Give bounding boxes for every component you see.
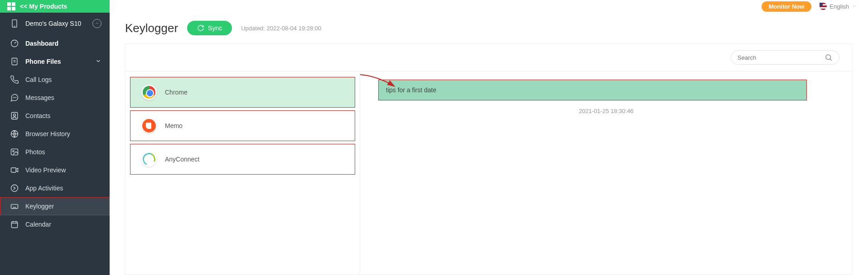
- keyboard-icon: [10, 202, 19, 211]
- nav-contacts[interactable]: Contacts: [0, 107, 110, 125]
- svg-line-27: [830, 59, 831, 60]
- topbar: Monitor Now English: [110, 0, 868, 13]
- search-input[interactable]: [738, 54, 825, 61]
- main-content: Monitor Now English Keylogger Sync Updat…: [110, 0, 868, 275]
- anyconnect-icon: [141, 152, 157, 167]
- language-label: English: [829, 3, 849, 10]
- phone-call-icon: [10, 75, 19, 84]
- svg-point-6: [13, 97, 14, 98]
- sync-button[interactable]: Sync: [187, 21, 232, 35]
- video-icon: [10, 166, 19, 175]
- app-item-memo[interactable]: Memo: [130, 110, 355, 141]
- app-name: Chrome: [165, 89, 188, 96]
- app-item-anyconnect[interactable]: AnyConnect: [130, 144, 355, 175]
- nav-browser-history[interactable]: Browser History: [0, 125, 110, 143]
- nav-photos[interactable]: Photos: [0, 143, 110, 161]
- nav-dashboard[interactable]: Dashboard: [0, 34, 110, 52]
- app-name: AnyConnect: [165, 156, 199, 163]
- svg-point-7: [14, 97, 15, 98]
- nav-video-preview[interactable]: Video Preview: [0, 161, 110, 179]
- my-products-label: << My Products: [20, 3, 67, 10]
- search-row: [125, 44, 852, 71]
- search-icon: [825, 53, 833, 62]
- monitor-now-label: Monitor Now: [769, 3, 805, 10]
- my-products-link[interactable]: << My Products: [0, 0, 110, 13]
- sidebar: << My Products Demo's Galaxy S10 Dashboa…: [0, 0, 110, 275]
- log-entry[interactable]: tips for a first date: [378, 80, 807, 100]
- app-list: Chrome Memo AnyConnect: [125, 71, 360, 275]
- memo-icon: [141, 118, 157, 133]
- image-icon: [10, 147, 19, 156]
- nav-label: Contacts: [25, 112, 50, 119]
- search-box[interactable]: [731, 50, 839, 65]
- log-entry-text: tips for a first date: [386, 86, 436, 94]
- nav-calendar[interactable]: Calendar: [0, 215, 110, 233]
- globe-icon: [10, 129, 19, 138]
- svg-rect-9: [11, 113, 17, 119]
- app-name: Memo: [165, 122, 183, 129]
- two-column-layout: Chrome Memo AnyConnect tips for a first …: [125, 71, 852, 275]
- chevron-down-icon: [852, 4, 857, 9]
- svg-rect-12: [11, 149, 18, 155]
- svg-rect-3: [12, 58, 17, 65]
- gauge-icon: [10, 39, 19, 48]
- activity-icon: [10, 184, 19, 193]
- chrome-icon: [141, 85, 157, 100]
- refresh-icon: [197, 24, 204, 32]
- svg-point-26: [826, 55, 831, 60]
- nav-label: App Activities: [25, 185, 63, 192]
- language-selector[interactable]: English: [820, 3, 857, 10]
- phone-icon: [10, 19, 19, 28]
- svg-point-16: [11, 185, 18, 192]
- nav-phone-files[interactable]: Phone Files: [0, 52, 110, 71]
- message-icon: [10, 93, 19, 102]
- svg-rect-17: [11, 204, 18, 209]
- us-flag-icon: [820, 3, 827, 10]
- device-name: Demo's Galaxy S10: [25, 20, 81, 27]
- nav-messages[interactable]: Messages: [0, 89, 110, 107]
- svg-point-10: [14, 114, 16, 116]
- content-card: Chrome Memo AnyConnect tips for a first …: [125, 43, 853, 275]
- nav-label: Call Logs: [25, 76, 52, 83]
- device-selector[interactable]: Demo's Galaxy S10: [0, 13, 110, 34]
- nav-label: Keylogger: [25, 203, 54, 210]
- contacts-icon: [10, 111, 19, 120]
- page-title: Keylogger: [125, 21, 178, 35]
- nav-label: Calendar: [25, 221, 51, 228]
- chevron-down-icon: [95, 58, 101, 66]
- sync-label: Sync: [208, 24, 222, 32]
- nav-label: Dashboard: [25, 40, 58, 47]
- nav-label: Video Preview: [25, 166, 66, 174]
- svg-rect-14: [11, 168, 16, 172]
- log-panel: tips for a first date 2021-01-25 18:30:4…: [360, 71, 852, 275]
- svg-rect-22: [11, 222, 17, 228]
- nav-keylogger[interactable]: Keylogger: [0, 197, 110, 215]
- calendar-icon: [10, 220, 19, 229]
- log-timestamp: 2021-01-25 18:30:46: [378, 108, 834, 114]
- grid-icon: [7, 2, 15, 10]
- nav-label: Messages: [25, 94, 54, 101]
- svg-point-13: [13, 151, 14, 152]
- nav-label: Photos: [25, 148, 45, 156]
- page-header: Keylogger Sync Updated: 2022-08-04 19:28…: [110, 13, 868, 43]
- monitor-now-button[interactable]: Monitor Now: [762, 1, 812, 12]
- clipboard-icon: [10, 57, 19, 66]
- svg-point-8: [16, 97, 16, 98]
- updated-text: Updated: 2022-08-04 19:28:00: [241, 25, 321, 32]
- nav-call-logs[interactable]: Call Logs: [0, 71, 110, 89]
- nav-label: Browser History: [25, 130, 70, 138]
- app-item-chrome[interactable]: Chrome: [130, 77, 355, 108]
- nav-label: Phone Files: [25, 58, 61, 65]
- nav-app-activities[interactable]: App Activities: [0, 179, 110, 197]
- chevron-up-icon: [92, 19, 101, 28]
